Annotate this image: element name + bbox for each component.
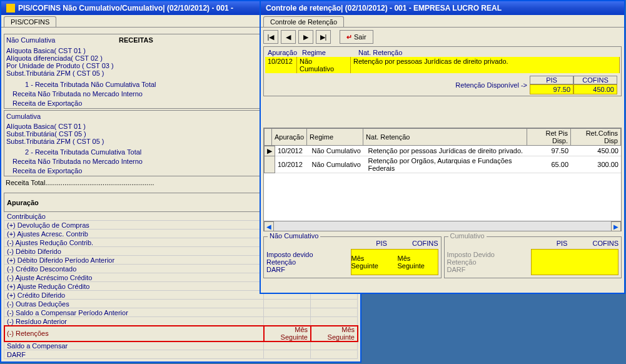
det-regime: Não Cumulativo bbox=[297, 57, 351, 73]
c-cofins-hdr: COFINS bbox=[592, 240, 618, 247]
nc-cofins-hdr: COFINS bbox=[412, 240, 438, 247]
det-apuracao: 10/2012 bbox=[265, 57, 297, 73]
nc-pis-hdr: PIS bbox=[376, 240, 387, 247]
nc-item-2: Alíquota diferenciada( CST 02 ) bbox=[6, 54, 293, 62]
nc-darf: DARF bbox=[266, 266, 351, 273]
nav-last-button[interactable]: ▶| bbox=[316, 30, 331, 44]
table-row[interactable]: (-) Outras Deduções bbox=[4, 300, 358, 308]
nc-item-3: Por Unidade de Produto ( CST 03 ) bbox=[6, 62, 293, 69]
sair-button[interactable]: ↵Sair bbox=[340, 30, 373, 44]
grid-hscrollbar[interactable]: ◀ ▶ bbox=[264, 221, 621, 231]
nc-retencao: Retenção bbox=[266, 258, 351, 266]
panel-cumulativo: Cumulativo PISCOFINS Imposto Devido Rete… bbox=[444, 236, 622, 278]
nc-item-1: Alíquota Basica( CST 01 ) bbox=[6, 47, 293, 54]
panel-nao-cumulativo: Não Cumulativo PISCOFINS Imposto devido … bbox=[263, 236, 442, 278]
exit-icon: ↵ bbox=[346, 33, 352, 41]
nc-imposto: Imposto devido bbox=[266, 251, 351, 258]
panel-c-title: Cumulativo bbox=[448, 232, 487, 240]
apuracao-header: Apuração bbox=[4, 193, 264, 212]
table-row[interactable]: (-) Saldo a Compensar Período Anterior bbox=[4, 308, 358, 317]
pis-disp-value: 97.50 bbox=[530, 84, 573, 94]
panel-nc-title: Não Cumulativo bbox=[268, 232, 320, 240]
grid-col-apuracao[interactable]: Apuração bbox=[272, 129, 307, 146]
grid-col-regime[interactable]: Regime bbox=[307, 129, 363, 146]
scroll-right-button[interactable]: ▶ bbox=[611, 221, 621, 231]
hdr-nat: Nat. Retenção bbox=[356, 48, 405, 57]
nc-sub2: Receita Não Tributada no Mercado Interno bbox=[6, 90, 293, 98]
nc-mes-seg-2: Mês Seguinte bbox=[398, 255, 438, 270]
nav-next-button[interactable]: ▶ bbox=[298, 30, 313, 44]
nc-sub3: Receita de Exportação bbox=[6, 99, 293, 107]
window-title-retencao: Controle de retenção| (02/10/2012) - 001… bbox=[266, 4, 502, 13]
window-title: PIS/COFINS Não Cumulativo/Cumulativo| (0… bbox=[18, 4, 233, 13]
titlebar-retencao[interactable]: Controle de retenção| (02/10/2012) - 001… bbox=[261, 1, 624, 15]
c-retencao: Retenção bbox=[447, 258, 532, 266]
c-values-box bbox=[531, 249, 618, 275]
scroll-left-button[interactable]: ◀ bbox=[264, 221, 274, 231]
cofins-header: COFINS bbox=[573, 76, 617, 84]
nc-values-box: Mês Seguinte Mês Seguinte bbox=[351, 249, 438, 275]
tab-piscofins[interactable]: PIS/COFINS bbox=[4, 16, 56, 27]
sair-label: Sair bbox=[354, 33, 366, 41]
c-pis-hdr: PIS bbox=[557, 240, 568, 247]
grid-row[interactable]: 10/2012Não CumulativoRetenção por Orgãos… bbox=[265, 156, 622, 173]
receita-total: Receita Total...........................… bbox=[6, 179, 293, 186]
table-row[interactable]: (-) Resíduo Anterior bbox=[4, 317, 358, 326]
retencoes-row[interactable]: (-) RetençõesMês SeguinteMês Seguinte bbox=[4, 326, 358, 341]
tab-row-retencao: Controle de Retenção bbox=[261, 15, 624, 28]
grid-col-nat[interactable]: Nat. Retenção bbox=[363, 129, 527, 146]
last-icon: ▶| bbox=[320, 33, 327, 41]
retencao-grid[interactable]: Apuração Regime Nat. Retenção Ret Pis Di… bbox=[263, 128, 622, 231]
c-item-1: Alíquota Basica( CST 01 ) bbox=[6, 123, 293, 130]
app-icon bbox=[6, 4, 15, 13]
grid-col-pis[interactable]: Ret Pis Disp. bbox=[527, 129, 571, 146]
receitas-header: RECEITAS bbox=[119, 36, 153, 44]
c-sub3: Receita de Exportação bbox=[6, 167, 293, 174]
pis-header: PIS bbox=[530, 76, 573, 84]
group-title-nc: Não Cumulativa bbox=[6, 36, 81, 44]
prev-icon: ◀ bbox=[286, 33, 291, 41]
hdr-apuracao: Apuração bbox=[265, 48, 300, 57]
nc-sub1: 1 - Receita Tributada Não Cumulativa Tot… bbox=[6, 81, 293, 88]
c-sub2: Receita Não Tributada no Mercado Interno bbox=[6, 158, 293, 165]
tab-controle-retencao[interactable]: Controle de Retenção bbox=[263, 16, 344, 27]
hdr-regime: Regime bbox=[300, 48, 356, 57]
next-icon: ▶ bbox=[303, 33, 308, 41]
nav-first-button[interactable]: |◀ bbox=[263, 30, 278, 44]
nc-item-4: Subst.Tributária ZFM ( CST 05 ) bbox=[6, 69, 293, 77]
c-item-3: Subst.Tributária ZFM ( CST 05 ) bbox=[6, 138, 293, 145]
grid-row[interactable]: ▶10/2012Não CumulativoRetenção por pesso… bbox=[265, 146, 622, 156]
nc-mes-seg-1: Mês Seguinte bbox=[351, 255, 391, 270]
detail-row: 10/2012 Não Cumulativo Retenção por pess… bbox=[265, 57, 620, 73]
retencao-disp-label: Retenção Disponível -> bbox=[455, 81, 527, 89]
c-sub1: 2 - Receita Tributada Cumulativa Total bbox=[6, 148, 293, 156]
table-row[interactable]: Saldo a Compensar bbox=[4, 341, 358, 350]
first-icon: |◀ bbox=[268, 33, 275, 41]
nav-prev-button[interactable]: ◀ bbox=[281, 30, 296, 44]
cofins-disp-value: 450.00 bbox=[573, 84, 617, 94]
det-nat: Retenção por pessoas Jurídicas de direit… bbox=[351, 57, 620, 73]
c-darf: DARF bbox=[447, 266, 532, 273]
c-imposto: Imposto Devido bbox=[447, 251, 532, 258]
grid-col-cofins[interactable]: Ret.Cofins Disp bbox=[571, 129, 621, 146]
table-row[interactable]: DARF bbox=[4, 350, 358, 359]
controle-retencao-window: Controle de retenção| (02/10/2012) - 001… bbox=[260, 0, 625, 294]
c-item-2: Subst.Tributária( CST 05 ) bbox=[6, 130, 293, 138]
